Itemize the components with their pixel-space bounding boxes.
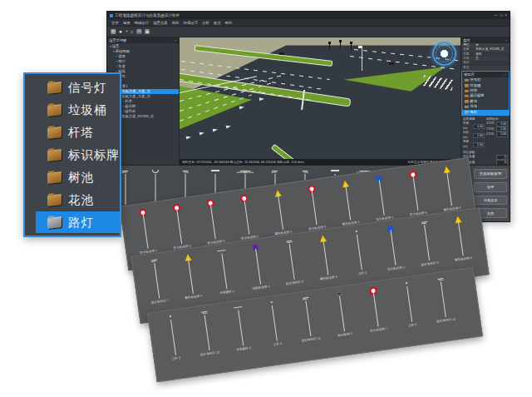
camera-coordinates: 相机坐标: 59.952034, -49.343034 视点坐标: 25.342… xyxy=(182,160,304,164)
road-scene[interactable] xyxy=(180,37,461,159)
asset-thumbnail[interactable]: 禁令标志牌-3 xyxy=(193,196,232,246)
number-input[interactable]: 1.50 xyxy=(473,124,485,129)
asset-thumbnail[interactable]: 标识标牌-5 xyxy=(323,288,362,339)
asset-thumbnail[interactable]: 杆塔横杆-1 xyxy=(204,246,244,296)
sign-icon xyxy=(239,241,278,286)
property-row[interactable]: 备注 xyxy=(461,66,510,70)
callout-category-row[interactable]: 垃圾桶 xyxy=(25,99,120,121)
asset-thumbnail[interactable]: 指示标志牌-1 xyxy=(362,171,401,222)
minimize-icon[interactable]: — xyxy=(494,13,498,17)
lane-arrow xyxy=(213,127,219,132)
asset-thumbnail[interactable]: 禁令标志牌-5 xyxy=(294,181,333,232)
lane-arrow xyxy=(200,131,205,135)
asset-thumbnail[interactable]: 禁令标志牌-6 xyxy=(396,167,435,218)
category-row[interactable]: 路灯 xyxy=(462,110,509,115)
menu-item[interactable]: 编辑设计 xyxy=(135,21,150,25)
history-clock-icon[interactable]: ◔ xyxy=(125,27,128,36)
model-category-panel: 模型库 ▫ × 信号灯 垃圾桶 杆塔 xyxy=(461,71,510,116)
folder-icon xyxy=(465,100,469,102)
sign-icon xyxy=(407,217,446,263)
asset-thumbnail[interactable]: 禁令标志牌-4 xyxy=(227,191,266,241)
asset-thumbnail[interactable]: 路灯单杆灯-12 xyxy=(424,274,463,325)
sign-icon xyxy=(441,212,480,258)
open-folder-icon[interactable]: ▣ xyxy=(145,27,150,36)
sign-icon xyxy=(340,226,379,272)
library-action-button[interactable]: 生成(刷新)配置 xyxy=(474,169,507,179)
asset-thumbnail[interactable]: 警告标志牌-1 xyxy=(261,186,300,236)
asset-thumbnail[interactable]: 禁令标志牌-2 xyxy=(160,201,199,251)
zoom-icon[interactable]: ⌕ xyxy=(131,27,134,36)
menu-item[interactable]: 文件 xyxy=(111,21,119,25)
pole-icon xyxy=(424,274,463,320)
asset-thumbnail[interactable]: 路灯单杆灯-10 xyxy=(187,307,226,358)
vehicle xyxy=(279,52,284,56)
callout-category-row[interactable]: 路灯 xyxy=(36,211,120,233)
menu-item[interactable]: 环境设置 xyxy=(183,21,198,25)
asset-thumbnail[interactable]: 禁令标志牌-1 xyxy=(126,205,165,256)
record-circle-icon[interactable]: ● xyxy=(119,27,122,36)
asset-thumbnail[interactable]: 警告标志牌-4 xyxy=(171,251,210,301)
figure-canvas: 工程道路建模设计与仿真系统设计软件 — □ × 文件视图编辑设计场景仿真相机环境… xyxy=(0,0,532,397)
dock-icons[interactable]: ▫ × xyxy=(501,73,507,77)
dock-icons[interactable]: ▫ × xyxy=(502,39,508,42)
folder-icon xyxy=(465,84,469,87)
callout-category-row[interactable]: 标识标牌 xyxy=(25,144,120,166)
asset-thumbnail[interactable]: 警告标志牌-5 xyxy=(306,231,345,282)
asset-thumbnail[interactable]: 路灯单杆灯-9 xyxy=(407,217,446,268)
asset-thumbnail[interactable]: 警告标志牌-6 xyxy=(441,212,480,263)
close-icon[interactable]: × xyxy=(505,13,507,17)
viewport-3d[interactable]: 相机坐标: 59.952034, -49.343034 视点坐标: 25.342… xyxy=(180,37,461,165)
traffic-light-post xyxy=(340,42,341,49)
asset-thumbnail[interactable]: 立杆-5 xyxy=(390,278,429,329)
callout-category-row[interactable]: 花池 xyxy=(25,189,120,211)
callout-category-row[interactable]: 信号灯 xyxy=(25,77,120,98)
sign-icon xyxy=(261,186,300,231)
green-median xyxy=(271,144,305,159)
asset-thumbnail[interactable]: 立杆-4 xyxy=(255,297,294,348)
asset-thumbnail[interactable]: 路灯单杆灯-11 xyxy=(288,293,328,344)
library-action-button[interactable]: 批量添加 xyxy=(474,196,507,206)
asset-thumbnail[interactable]: 路灯单杆灯-8 xyxy=(272,236,311,286)
asset-thumbnail[interactable]: 禁令标志牌-7 xyxy=(356,283,395,334)
folder-icon xyxy=(47,216,62,229)
asset-thumbnail[interactable]: 路灯单杆灯-7 xyxy=(137,255,176,305)
asset-thumbnail[interactable]: 立杆-2 xyxy=(340,226,379,277)
sign-icon xyxy=(126,205,165,251)
sign-icon xyxy=(328,176,367,222)
properties-title: 属性 xyxy=(463,38,470,42)
layout-grid-icon[interactable]: ▦ xyxy=(111,27,116,36)
menu-item[interactable]: 视图 xyxy=(123,21,131,25)
folder-icon xyxy=(465,111,469,113)
navigation-compass[interactable] xyxy=(432,42,456,66)
library-action-button[interactable]: 应用 xyxy=(474,182,507,192)
pole-icon xyxy=(323,288,362,334)
callout-category-row[interactable]: 树池 xyxy=(25,166,120,188)
maximize-icon[interactable]: □ xyxy=(500,13,503,17)
sign-icon xyxy=(204,246,244,291)
menu-item[interactable]: 分析 xyxy=(202,21,209,25)
number-input[interactable]: 1.50 xyxy=(473,133,485,138)
number-input[interactable]: 1.00 xyxy=(496,132,508,136)
asset-thumbnail[interactable]: 立杆-3 xyxy=(154,311,193,362)
dock-icons[interactable]: ▫ × xyxy=(171,39,177,42)
asset-thumbnail[interactable]: 杆塔横杆-2 xyxy=(221,302,260,353)
signal-pole xyxy=(362,46,362,71)
menu-item[interactable]: 场景仿真 xyxy=(153,21,168,25)
menu-item[interactable]: 相机 xyxy=(172,21,180,25)
asset-thumbnail[interactable]: 警告标志牌-3 xyxy=(430,162,469,213)
new-document-icon[interactable]: ▤ xyxy=(136,27,142,36)
pole-icon xyxy=(154,311,193,357)
sign-icon xyxy=(272,236,311,281)
toolbar: ▦●◔⌕▤▣ xyxy=(107,27,510,37)
menu-item[interactable]: 显示 xyxy=(214,21,221,25)
sign-icon xyxy=(160,201,199,246)
asset-thumbnail[interactable]: 指路标志牌-1 xyxy=(239,241,278,291)
asset-thumbnail[interactable]: 指示标志牌-2 xyxy=(373,221,412,272)
callout-category-row[interactable]: 杆塔 xyxy=(25,122,120,143)
lane-arrow xyxy=(259,97,264,102)
title-bar[interactable]: 工程道路建模设计与仿真系统设计软件 — □ × xyxy=(107,12,510,19)
number-input[interactable]: 1.50 xyxy=(473,142,485,147)
asset-thumbnail[interactable]: 警告标志牌-2 xyxy=(328,176,367,227)
folder-icon xyxy=(465,95,469,97)
menu-item[interactable]: 帮助 xyxy=(225,21,233,25)
